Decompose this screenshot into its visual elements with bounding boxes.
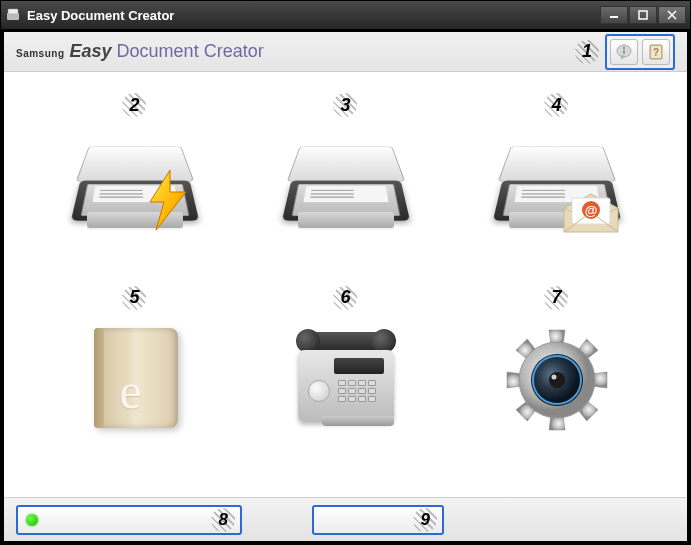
main-area: 2 <box>4 72 687 497</box>
info-buttons-group: ? <box>605 34 675 70</box>
feature-grid: 2 <box>4 72 687 497</box>
maximize-button[interactable] <box>629 6 657 24</box>
info-button[interactable] <box>610 39 638 65</box>
scan-icon <box>271 122 421 252</box>
settings-gear-icon <box>482 315 632 445</box>
close-button[interactable] <box>658 6 686 24</box>
footer-right-panel[interactable]: 9 <box>312 505 444 535</box>
brand-rest: Document Creator <box>117 41 264 61</box>
app-window: Easy Document Creator Samsung Easy Docum… <box>0 0 691 545</box>
svg-point-7 <box>623 46 625 48</box>
svg-rect-3 <box>639 11 647 19</box>
quick-scan-button[interactable]: 2 <box>44 92 225 275</box>
help-icon: ? <box>647 43 665 61</box>
svg-point-18 <box>549 372 565 388</box>
footer-bar: 8 9 <box>4 497 687 541</box>
ebook-button[interactable]: 5 e <box>44 285 225 468</box>
callout-5: 5 <box>129 285 139 311</box>
scan-to-email-icon: @ <box>482 122 632 252</box>
callout-1: 1 <box>575 40 599 64</box>
window-title: Easy Document Creator <box>27 8 600 23</box>
callout-7: 7 <box>551 285 561 311</box>
callout-6: 6 <box>340 285 350 311</box>
lightning-icon <box>142 170 192 230</box>
fax-button[interactable]: 6 <box>255 285 436 468</box>
brand-bold: Easy <box>70 41 112 61</box>
minimize-button[interactable] <box>600 6 628 24</box>
status-panel[interactable]: 8 <box>16 505 242 535</box>
fax-icon <box>271 315 421 445</box>
settings-button[interactable]: 7 <box>466 285 647 468</box>
content-frame: Samsung Easy Document Creator 1 <box>1 29 690 544</box>
callout-8: 8 <box>219 510 228 530</box>
quick-scan-icon <box>60 122 210 252</box>
window-controls <box>600 6 686 24</box>
header-right-group: 1 ? <box>575 34 675 70</box>
brand-label: Samsung Easy Document Creator <box>16 41 264 62</box>
ebook-icon: e <box>60 315 210 445</box>
svg-rect-1 <box>8 9 18 14</box>
callout-2: 2 <box>129 92 139 118</box>
callout-3: 3 <box>340 92 350 118</box>
status-online-icon <box>26 514 38 526</box>
titlebar[interactable]: Easy Document Creator <box>1 1 690 29</box>
info-icon <box>615 43 633 61</box>
header-bar: Samsung Easy Document Creator 1 <box>4 32 687 72</box>
svg-point-19 <box>551 374 556 379</box>
help-button[interactable]: ? <box>642 39 670 65</box>
svg-text:?: ? <box>653 47 659 58</box>
scan-to-email-button[interactable]: 4 @ <box>466 92 647 275</box>
brand-prefix: Samsung <box>16 48 65 59</box>
envelope-icon: @ <box>562 192 620 234</box>
svg-text:@: @ <box>584 203 597 218</box>
callout-9: 9 <box>421 510 430 530</box>
callout-4: 4 <box>551 92 561 118</box>
svg-rect-8 <box>623 50 625 54</box>
scan-button[interactable]: 3 <box>255 92 436 275</box>
app-icon <box>5 7 21 23</box>
